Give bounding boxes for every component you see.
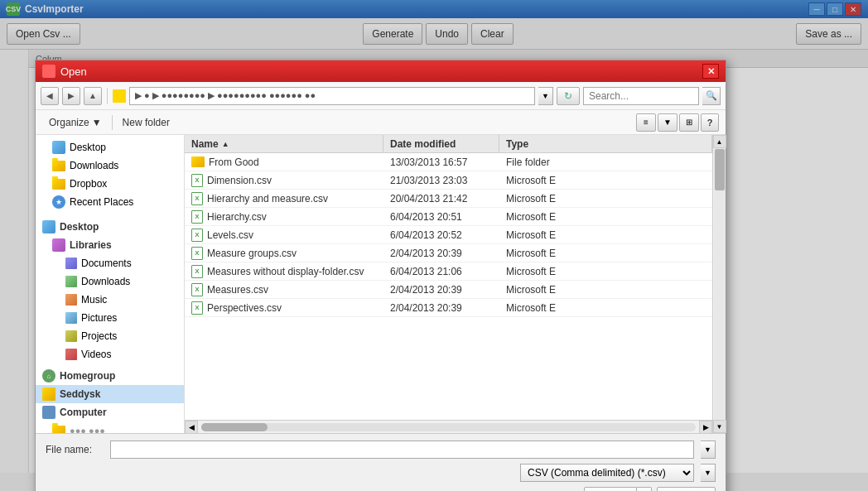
nav-item-desktop-fav[interactable]: Desktop <box>36 138 184 156</box>
dialog-addressbar: ◀ ▶ ▲ ▼ ↻ 🔍 <box>36 82 726 110</box>
csv-icon <box>191 247 203 260</box>
hscroll-track <box>201 423 696 431</box>
nav-item-sub[interactable]: ●●● ●●● <box>36 421 184 433</box>
dialog-title: Open <box>60 65 87 78</box>
vscroll-down-button[interactable]: ▼ <box>713 420 726 433</box>
view-pane-button[interactable]: ⊞ <box>679 113 699 132</box>
horizontal-scrollbar: ◀ ▶ <box>185 420 712 433</box>
csv-icon <box>191 174 203 187</box>
open-dialog: Open ✕ ◀ ▶ ▲ ▼ ↻ 🔍 Organize ▼ New folder… <box>35 60 726 491</box>
nav-desktop-header[interactable]: Desktop <box>36 218 184 236</box>
cancel-button[interactable]: Cancel <box>657 487 716 491</box>
search-button[interactable]: 🔍 <box>702 87 721 105</box>
nav-item-recent-places[interactable]: ★ Recent Places <box>36 193 184 211</box>
filetype-row: CSV (Comma delimited) (*.csv) ▼ <box>46 464 716 482</box>
folder-icon <box>191 156 205 167</box>
nav-item-music[interactable]: Music <box>36 291 184 309</box>
col-header-date[interactable]: Date modified <box>383 135 499 152</box>
view-list-button[interactable]: ≡ <box>636 113 656 132</box>
filelist-header: Name ▲ Date modified Type <box>185 135 712 153</box>
homegroup-icon: ⌂ <box>42 369 55 383</box>
organize-button[interactable]: Organize ▼ <box>42 113 108 132</box>
nav-back-button[interactable]: ◀ <box>41 87 59 105</box>
music-icon <box>65 294 77 306</box>
table-row[interactable]: Dimension.csv 21/03/2013 23:03 Microsoft… <box>185 171 712 190</box>
dialog-body: Desktop Downloads Dropbox ★ Recent Place… <box>36 135 726 433</box>
new-folder-button[interactable]: New folder <box>116 113 176 132</box>
col-header-type[interactable]: Type <box>499 135 712 152</box>
nav-item-projects[interactable]: Projects <box>36 327 184 345</box>
hscroll-left-button[interactable]: ◀ <box>185 421 198 434</box>
desktop-icon <box>42 220 55 233</box>
open-button[interactable]: Open <box>584 487 636 491</box>
pictures-icon <box>65 312 77 324</box>
vscroll-thumb[interactable] <box>715 149 725 190</box>
vertical-scrollbar: ▲ ▼ <box>712 135 726 433</box>
csv-icon <box>191 192 203 205</box>
documents-icon <box>65 258 77 269</box>
refresh-button[interactable]: ↻ <box>557 87 580 105</box>
nav-up-button[interactable]: ▲ <box>84 87 102 105</box>
filetype-dropdown-button[interactable]: ▼ <box>701 464 716 482</box>
folder-icon <box>52 426 65 433</box>
address-dropdown-button[interactable]: ▼ <box>538 87 553 105</box>
nav-seddysk-header[interactable]: Seddysk <box>36 385 184 403</box>
folder-icon <box>52 161 65 171</box>
table-row[interactable]: Hierarchy and measure.csv 20/04/2013 21:… <box>185 190 712 208</box>
hscroll-thumb[interactable] <box>201 423 268 431</box>
search-input[interactable] <box>583 87 699 105</box>
address-input[interactable] <box>129 87 535 105</box>
recent-places-icon: ★ <box>52 195 65 209</box>
nav-item-downloads-fav[interactable]: Downloads <box>36 156 184 175</box>
csv-icon <box>191 265 203 278</box>
nav-item-documents[interactable]: Documents <box>36 254 184 272</box>
vscroll-track <box>714 148 726 420</box>
nav-item-videos[interactable]: Videos <box>36 345 184 363</box>
seddysk-icon <box>42 388 55 401</box>
csv-icon <box>191 210 203 224</box>
projects-icon <box>65 330 77 342</box>
open-dropdown-button[interactable]: ▼ <box>637 487 652 491</box>
dialog-action-buttons: Open ▼ Cancel <box>46 487 716 491</box>
dialog-close-button[interactable]: ✕ <box>702 64 719 79</box>
table-row[interactable]: From Good 13/03/2013 16:57 File folder <box>185 153 712 171</box>
table-row[interactable]: Levels.csv 6/04/2013 20:52 Microsoft E <box>185 226 712 244</box>
nav-libraries-header[interactable]: Libraries <box>36 236 184 254</box>
filename-row: File name: ▼ <box>46 440 716 459</box>
vscroll-up-button[interactable]: ▲ <box>713 135 726 148</box>
view-dropdown-button[interactable]: ▼ <box>658 113 678 132</box>
nav-item-pictures[interactable]: Pictures <box>36 309 184 327</box>
table-row[interactable]: Measure groups.csv 2/04/2013 20:39 Micro… <box>185 244 712 262</box>
dialog-toolbar: Organize ▼ New folder ≡ ▼ ⊞ ? <box>36 110 726 135</box>
filename-input[interactable] <box>110 440 694 459</box>
help-button[interactable]: ? <box>701 113 719 132</box>
csv-icon <box>191 229 203 242</box>
csv-icon <box>191 301 203 315</box>
organize-dropdown-icon: ▼ <box>92 117 102 128</box>
nav-item-dropbox[interactable]: Dropbox <box>36 175 184 193</box>
hscroll-right-button[interactable]: ▶ <box>699 421 712 434</box>
nav-computer-header[interactable]: Computer <box>36 403 184 421</box>
nav-homegroup-header[interactable]: ⌂ Homegroup <box>36 367 184 385</box>
downloads-icon <box>65 276 77 287</box>
col-header-name[interactable]: Name ▲ <box>185 135 383 152</box>
nav-forward-button[interactable]: ▶ <box>62 87 80 105</box>
library-icon <box>52 238 65 252</box>
dialog-titlebar-icon <box>42 65 55 78</box>
view-buttons: ≡ ▼ ⊞ ? <box>636 113 719 132</box>
dialog-nav: Desktop Downloads Dropbox ★ Recent Place… <box>36 135 185 433</box>
table-row[interactable]: Perspectives.csv 2/04/2013 20:39 Microso… <box>185 299 712 317</box>
filename-dropdown-button[interactable]: ▼ <box>701 440 716 459</box>
dialog-bottom: File name: ▼ CSV (Comma delimited) (*.cs… <box>36 433 726 491</box>
nav-item-downloads-lib[interactable]: Downloads <box>36 272 184 291</box>
filetype-select[interactable]: CSV (Comma delimited) (*.csv) <box>520 464 694 482</box>
desktop-icon <box>52 141 65 154</box>
csv-icon <box>191 283 203 296</box>
dialog-filelist: Name ▲ Date modified Type From Good 13/0… <box>185 135 712 433</box>
filename-label: File name: <box>46 444 104 455</box>
folder-icon <box>52 179 65 190</box>
table-row[interactable]: Measures without display-folder.csv 6/04… <box>185 262 712 281</box>
open-button-group: Open ▼ <box>584 487 651 491</box>
table-row[interactable]: Hierarchy.csv 6/04/2013 20:51 Microsoft … <box>185 208 712 226</box>
table-row[interactable]: Measures.csv 2/04/2013 20:39 Microsoft E <box>185 281 712 299</box>
